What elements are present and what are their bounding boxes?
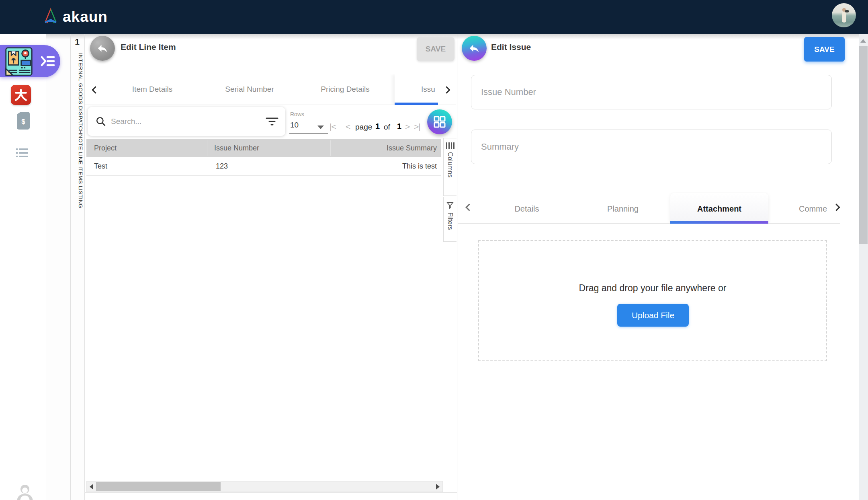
pagination-prev-button[interactable]: < [346,122,350,132]
hscroll-thumb[interactable] [96,482,221,491]
summary-input[interactable] [481,142,819,152]
cell-issue-number: 123 [216,162,228,171]
app-screen: akaun $ [0,0,868,500]
grid-icon [433,115,446,128]
grid-view-button[interactable] [427,109,452,134]
dropzone-text: Drag and drop your file anywhere or [478,283,827,294]
save-button-line-item[interactable]: SAVE [417,37,454,61]
back-arrow-icon [468,42,480,54]
back-arrow-icon [96,42,108,54]
columns-label: Columns [446,152,454,177]
rows-select-underline [289,133,328,134]
column-separator [330,140,331,156]
tabs-scroll-right-button[interactable] [440,84,452,96]
pagination-next-button[interactable]: > [405,122,409,132]
issue-tabbar-divider [458,223,840,224]
topbar: akaun [0,0,868,34]
columns-tool-tab[interactable]: Columns [443,138,457,196]
strip-right-border [84,34,85,500]
panel-title-issue: Edit Issue [491,42,531,52]
summary-field-wrap [471,130,832,164]
user-avatar[interactable] [832,3,856,27]
panel-bottom-border [84,492,457,493]
pagination-last-button[interactable]: >| [414,122,420,132]
horizontal-scrollbar[interactable] [86,481,443,492]
back-button-line-item[interactable] [90,36,115,61]
rows-select-caret-icon[interactable] [317,126,324,129]
vscroll-up-arrow[interactable] [860,39,866,43]
panel-divider [457,34,457,500]
chevron-left-icon [465,204,473,211]
rows-per-page-select[interactable]: 10 [290,121,299,130]
table-header-row: Project Issue Number Issue Summary [86,139,441,157]
search-bar [88,107,285,136]
upload-file-button[interactable]: Upload File [617,304,689,327]
expand-menu-icon[interactable] [40,54,55,68]
vscroll-thumb[interactable] [859,46,868,244]
tab-details[interactable]: Details [514,204,539,214]
filter-icon[interactable] [265,116,279,127]
akaun-logo-icon [41,6,61,26]
dispatch-note-app-icon[interactable] [3,47,35,76]
pagination-of-word: of [384,123,390,132]
line-item-tabbar: Item Details Serial Number Pricing Detai… [121,74,439,105]
search-input[interactable] [111,117,244,126]
save-button-issue[interactable]: SAVE [804,37,845,62]
filters-tool-tab[interactable]: Filters [443,197,457,242]
active-tab-underline [395,103,438,105]
back-button-issue[interactable] [462,36,487,61]
tab-comments[interactable]: Comme [799,204,827,214]
pagination-page-word: page [355,123,372,132]
file-dropzone[interactable] [478,240,827,361]
pagination-first-button[interactable]: |< [330,122,336,132]
columns-icon [446,142,454,149]
hscroll-left-arrow[interactable] [90,484,93,490]
tab-serial-number[interactable]: Serial Number [225,85,274,94]
tab-attachment[interactable]: Attachment [697,204,741,214]
panel-title-line-item: Edit Line Item [121,42,176,52]
filters-label: Filters [446,212,454,230]
listing-icon[interactable] [15,146,29,159]
search-icon [96,116,106,127]
issue-tabs-scroll-right-button[interactable] [830,201,842,213]
vertical-scrollbar[interactable] [859,34,868,500]
context-title-vertical: INTERNAL GOODS DISPATCHNOTE LINE ITEMS L… [71,53,84,214]
attachment-tab-underline [670,221,768,224]
issue-number-input[interactable] [481,87,819,97]
issue-tabbar: Details Planning Attachment Comme [476,192,829,224]
chevron-right-icon [443,86,450,93]
cjk-glyph [14,88,28,102]
filters-funnel-icon [446,201,454,209]
chevron-right-icon [833,204,840,211]
issue-number-field-wrap [471,75,832,109]
issue-tabs-scroll-left-button[interactable] [463,201,475,213]
tab-issue[interactable]: Issu [421,85,435,94]
pagination-current-page: 1 [375,122,380,131]
column-header-issue-number[interactable]: Issue Number [214,144,259,152]
column-separator [207,140,207,156]
column-header-project[interactable]: Project [94,144,117,152]
column-header-issue-summary[interactable]: Issue Summary [387,144,437,152]
chevron-left-icon [92,86,99,93]
red-cjk-app-icon[interactable] [11,85,31,105]
billing-sim-icon[interactable]: $ [17,112,30,130]
strip-left-border [70,34,71,500]
avatar-camera [845,10,849,12]
tab-item-details[interactable]: Item Details [132,85,172,94]
hscroll-right-arrow[interactable] [436,484,440,490]
tab-planning[interactable]: Planning [607,204,639,214]
avatar-figure [842,11,846,23]
rows-label: Rows [290,111,304,117]
context-index: 1 [71,37,84,47]
sim-dollar-glyph: $ [21,118,25,126]
tab-pricing-details[interactable]: Pricing Details [321,85,369,94]
tabs-scroll-left-button[interactable] [89,84,101,96]
cell-project: Test [94,162,107,171]
cell-issue-summary: This is test [402,162,437,171]
pagination-total-pages: 1 [397,122,401,131]
brand-name: akaun [63,8,108,25]
table-row[interactable]: Test 123 This is test [86,157,441,176]
user-placeholder-icon[interactable] [16,484,34,500]
